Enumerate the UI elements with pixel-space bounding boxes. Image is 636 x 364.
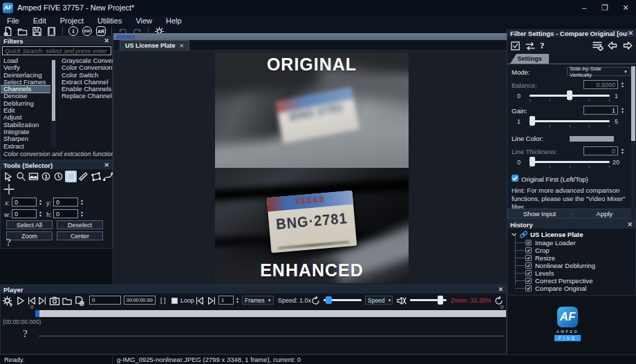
line-thickness-slider-handle[interactable] — [530, 157, 535, 166]
range-brackets[interactable]: [ ] — [160, 297, 166, 304]
loop-checkbox[interactable] — [171, 298, 178, 304]
play-icon[interactable] — [15, 296, 26, 306]
filters-scrollbar-thumb[interactable] — [52, 60, 55, 121]
w-input[interactable] — [12, 209, 37, 218]
line-thickness-slider[interactable] — [530, 161, 610, 163]
menu-view[interactable]: View — [129, 17, 159, 25]
history-step-resize[interactable]: Resize — [507, 254, 595, 262]
tools-help-icon[interactable]: ? — [6, 237, 11, 249]
menu-help[interactable]: Help — [159, 17, 189, 25]
previous-filter-arrow-icon[interactable] — [606, 40, 619, 51]
line-thickness-spinner[interactable]: ▲▼ — [621, 148, 624, 155]
selection-tool-icon-active[interactable] — [65, 171, 77, 182]
speed-dropdown[interactable]: Speed▼ — [365, 296, 393, 305]
speed-slider-handle[interactable] — [326, 296, 332, 304]
menu-utilities[interactable]: Utilities — [91, 17, 129, 25]
history-step-crop[interactable]: Crop — [507, 247, 595, 254]
line-thickness-input[interactable] — [583, 146, 618, 155]
balance-spinner[interactable]: ▲▼ — [621, 82, 624, 88]
history-step-compare-original[interactable]: Compare Original — [507, 285, 595, 292]
chevron-expand-icon[interactable] — [511, 231, 517, 238]
menu-project[interactable]: Project — [53, 17, 91, 25]
show-input-button[interactable]: Show Input — [507, 209, 572, 219]
previous-frame-icon[interactable] — [195, 296, 205, 306]
history-step-nonlinear-deblurring[interactable]: Nonlinear Deblurring — [507, 262, 595, 269]
bypass-filter-icon[interactable] — [524, 41, 536, 51]
audio-help-icon[interactable]: ? — [23, 328, 28, 340]
history-root-chain[interactable]: US License Plate — [511, 231, 583, 238]
x-input[interactable] — [12, 198, 37, 207]
volume-slider-handle[interactable] — [438, 296, 443, 305]
measure-tool-icon[interactable] — [77, 171, 89, 182]
step-checkbox-checked[interactable] — [525, 270, 532, 276]
amped-replay-icon[interactable]: AR — [96, 26, 106, 36]
timeline-position-marker[interactable] — [35, 310, 39, 317]
deselect-button[interactable]: Deselect — [57, 220, 103, 229]
save-project-icon[interactable] — [32, 26, 42, 37]
units-dropdown[interactable]: Frames▼ — [242, 296, 274, 305]
player-settings-gear-icon[interactable] — [2, 296, 13, 307]
history-step-image-loader[interactable]: Image Loader — [507, 239, 595, 247]
x-spinner[interactable]: ▲▼ — [39, 199, 42, 206]
h-input[interactable] — [53, 209, 78, 218]
image-stage[interactable]: BNG 2781 ORIGINAL TEXAS BNG·2781 ENHANCE… — [215, 52, 409, 283]
step-size-input[interactable] — [218, 296, 234, 305]
clock-tool-icon[interactable] — [53, 171, 64, 182]
w-spinner[interactable]: ▲▼ — [39, 211, 42, 218]
filters-close-icon[interactable]: ✕ — [104, 37, 109, 44]
step-checkbox-checked[interactable] — [525, 255, 532, 261]
maximize-button[interactable]: ❐ — [595, 0, 615, 15]
player-close-icon[interactable]: ✕ — [498, 286, 503, 293]
pixel-inspector-tool-icon[interactable] — [40, 171, 52, 182]
magnifier-tool-icon[interactable] — [15, 171, 27, 182]
add-frame-icon[interactable] — [74, 296, 85, 306]
video-loader-icon[interactable] — [46, 26, 57, 37]
settings-scrollbar[interactable] — [631, 65, 635, 220]
filter-enabled-checkbox-icon[interactable] — [510, 41, 521, 51]
tab-settings[interactable]: Settings — [510, 54, 549, 64]
open-project-icon[interactable] — [17, 26, 28, 37]
step-checkbox-checked[interactable] — [525, 285, 532, 291]
history-step-correct-perspective[interactable]: Correct Perspective — [507, 277, 595, 285]
mode-dropdown[interactable]: Side-by-Side Vertically ▼ — [567, 67, 630, 76]
apply-button[interactable]: Apply — [572, 209, 636, 219]
next-frame-icon[interactable] — [207, 296, 216, 306]
go-to-end-icon[interactable] — [37, 296, 47, 306]
line-color-swatch[interactable] — [570, 136, 614, 142]
tab-us-license-plate[interactable]: US License Plate ✕ — [120, 40, 189, 50]
filters-search-input[interactable] — [2, 46, 111, 55]
timecode-input[interactable] — [124, 296, 156, 305]
minimize-button[interactable]: – — [574, 0, 595, 15]
step-checkbox-checked[interactable] — [525, 278, 532, 284]
frame-number-input[interactable] — [89, 296, 121, 305]
h-spinner[interactable]: ▲▼ — [80, 211, 84, 218]
close-button[interactable]: ✕ — [615, 0, 636, 15]
history-step-levels[interactable]: Levels — [507, 269, 595, 277]
presets-icon[interactable] — [592, 40, 604, 51]
settings-scrollbar-thumb[interactable] — [631, 66, 635, 141]
filter-settings-close-icon[interactable]: ✕ — [628, 30, 633, 37]
tools-close-icon[interactable]: ✕ — [104, 162, 109, 169]
step-checkbox-checked[interactable] — [525, 247, 532, 253]
balance-slider-handle[interactable] — [567, 90, 572, 100]
image-view-tool-icon[interactable] — [28, 171, 39, 182]
timeline-track[interactable] — [35, 310, 506, 317]
menu-file[interactable]: File — [0, 17, 26, 25]
balance-input[interactable] — [583, 80, 618, 89]
menu-edit[interactable]: Edit — [26, 17, 53, 25]
polygon-tool-icon[interactable] — [90, 171, 102, 182]
history-close-icon[interactable]: ✕ — [627, 221, 633, 228]
gain-input[interactable] — [583, 106, 618, 115]
gain-slider-handle[interactable] — [530, 116, 535, 126]
new-project-icon[interactable] — [3, 26, 13, 37]
reset-speed-icon[interactable] — [310, 296, 321, 306]
snapshot-icon[interactable] — [49, 296, 60, 306]
y-spinner[interactable]: ▲▼ — [80, 199, 84, 206]
next-filter-arrow-icon[interactable] — [621, 40, 634, 51]
balance-slider[interactable] — [530, 95, 610, 97]
gain-slider[interactable] — [530, 120, 610, 122]
gain-spinner[interactable]: ▲▼ — [621, 107, 624, 114]
filter-help-icon[interactable]: ? — [540, 40, 545, 51]
player-open-icon[interactable] — [62, 296, 73, 306]
filter-replace-channel[interactable]: Replace Channel — [59, 93, 113, 99]
